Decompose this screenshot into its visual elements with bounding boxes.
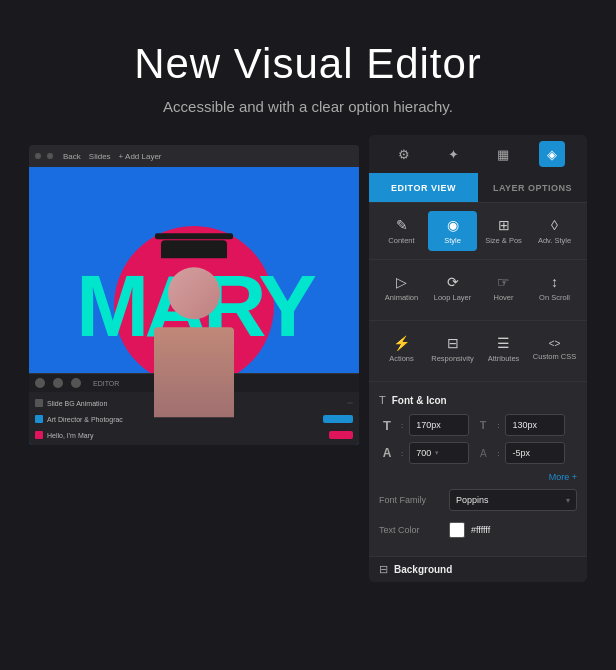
sizepos-label: Size & Pos	[485, 236, 522, 245]
panel-tabs: EDITOR VIEW LAYER OPTIONS	[369, 173, 587, 203]
animation-icon: ▷	[396, 274, 407, 290]
animation-label: Animation	[385, 293, 418, 302]
section-btn-onscroll[interactable]: ↕ On Scroll	[530, 268, 579, 308]
section-btn-style[interactable]: ◉ Style	[428, 211, 477, 251]
tab-layer-options[interactable]: LAYER OPTIONS	[478, 173, 587, 202]
divider-1	[369, 259, 587, 260]
background-section-header: ⊟ Background	[369, 556, 587, 582]
portrait-head	[168, 267, 220, 319]
panel-icon-style[interactable]: ◈	[539, 141, 565, 167]
actions-label: Actions	[389, 354, 414, 363]
fontsize-left-icon: T	[379, 418, 395, 433]
section-btn-responsivity[interactable]: ⊟ Responsivity	[428, 329, 477, 369]
section-btn-content[interactable]: ✎ Content	[377, 211, 426, 251]
section-btn-hover[interactable]: ☞ Hover	[479, 268, 528, 308]
section-btn-actions[interactable]: ⚡ Actions	[377, 329, 426, 369]
panel-icon-settings[interactable]: ⚙	[391, 141, 417, 167]
text-color-swatch[interactable]	[449, 522, 465, 538]
font-size-row: T : 170px T : 130px	[379, 414, 577, 436]
attributes-label: Attributes	[488, 354, 520, 363]
topbar-slides[interactable]: Slides	[89, 152, 111, 161]
text-color-row: Text Color #ffffff	[379, 518, 577, 542]
canvas-portrait	[134, 229, 254, 389]
layer-name: Hello, I'm Mary	[47, 432, 325, 439]
letterspacing-icon: A	[475, 448, 491, 459]
editor-preview: Back Slides + Add Layer MARY ED	[29, 145, 359, 445]
responsivity-label: Responsivity	[431, 354, 474, 363]
font-icon-header-icon: T	[379, 394, 386, 406]
layer-tag	[347, 402, 353, 404]
text-color-hex: #ffffff	[471, 525, 490, 535]
bg-section-icon: ⊟	[379, 563, 388, 576]
font-icon-section: T Font & Icon T : 170px T : 130px A :	[369, 386, 587, 556]
panel-icon-transform[interactable]: ✦	[440, 141, 466, 167]
layer-icon	[35, 431, 43, 439]
fontweight-row: A : 700 ▾ A : -5px	[379, 442, 577, 464]
section-btn-looplayer[interactable]: ⟳ Loop Layer	[428, 268, 477, 308]
fontweight-input[interactable]: 700 ▾	[409, 442, 469, 464]
letterspacing-value: -5px	[512, 448, 530, 458]
portrait-body	[154, 327, 234, 417]
layer-icon	[35, 399, 43, 407]
section-btn-customcss[interactable]: <> Custom CSS	[530, 329, 579, 369]
fontsize-right-input[interactable]: 130px	[505, 414, 565, 436]
layer-bar	[329, 431, 353, 439]
actions-icon: ⚡	[393, 335, 410, 351]
fontsize-left-input[interactable]: 170px	[409, 414, 469, 436]
hero-section: New Visual Editor Accessible and with a …	[0, 0, 616, 135]
section-buttons-row1: ✎ Content ◉ Style ⊞ Size & Pos ◊ Adv. St…	[369, 203, 587, 255]
section-btn-sizepos[interactable]: ⊞ Size & Pos	[479, 211, 528, 251]
onscroll-icon: ↕	[551, 274, 558, 290]
bg-icon-wrapper: ⊟	[379, 563, 388, 576]
divider-2	[369, 320, 587, 321]
section-btn-advstyle[interactable]: ◊ Adv. Style	[530, 211, 579, 251]
section-buttons-row2: ▷ Animation ⟳ Loop Layer ☞ Hover ↕ On Sc…	[369, 264, 587, 316]
panel-icons-row: ⚙ ✦ ▦ ◈	[369, 135, 587, 173]
list-item[interactable]: Hello, I'm Mary	[35, 428, 353, 442]
bg-section-label: Background	[394, 564, 452, 575]
fontweight-arrow: ▾	[435, 449, 439, 457]
content-label: Content	[388, 236, 414, 245]
panel-icon-layers[interactable]: ▦	[490, 141, 516, 167]
font-family-row: Font Family Poppins ▾	[379, 488, 577, 512]
fontweight-separator: :	[401, 449, 403, 458]
hat-brim	[155, 233, 233, 239]
topbar-dot-1	[35, 153, 41, 159]
topbar-nav: Back Slides + Add Layer	[63, 152, 162, 161]
hero-title: New Visual Editor	[60, 40, 556, 88]
fontweight-left-icon: A	[379, 446, 395, 460]
hat-top	[161, 240, 227, 258]
advstyle-icon: ◊	[551, 217, 558, 233]
tab-editor-view[interactable]: EDITOR VIEW	[369, 173, 478, 202]
font-family-select[interactable]: Poppins ▾	[449, 489, 577, 511]
style-label: Style	[444, 236, 461, 245]
fontsize-right-icon: T	[475, 419, 491, 431]
divider-3	[369, 381, 587, 382]
layer-icon	[35, 415, 43, 423]
responsivity-icon: ⊟	[447, 335, 459, 351]
layer-bar	[323, 415, 353, 423]
topbar-dot-2	[47, 153, 53, 159]
editor-topbar: Back Slides + Add Layer	[29, 145, 359, 167]
fontsize-left-separator: :	[401, 421, 403, 430]
layers-icon-2	[53, 378, 63, 388]
hover-icon: ☞	[497, 274, 510, 290]
topbar-back[interactable]: Back	[63, 152, 81, 161]
content-icon: ✎	[396, 217, 408, 233]
attributes-icon: ☰	[497, 335, 510, 351]
topbar-add-layer[interactable]: + Add Layer	[119, 152, 162, 161]
looplayer-icon: ⟳	[447, 274, 459, 290]
looplayer-label: Loop Layer	[434, 293, 472, 302]
advstyle-label: Adv. Style	[538, 236, 571, 245]
right-panel: ⚙ ✦ ▦ ◈ EDITOR VIEW LAYER OPTIONS ✎ Cont…	[369, 135, 587, 582]
fontsize-left-value: 170px	[416, 420, 441, 430]
fontsize-right-separator: :	[497, 421, 499, 430]
letterspacing-input[interactable]: -5px	[505, 442, 565, 464]
main-content: Back Slides + Add Layer MARY ED	[0, 135, 616, 582]
section-btn-animation[interactable]: ▷ Animation	[377, 268, 426, 308]
style-icon: ◉	[447, 217, 459, 233]
more-link[interactable]: More +	[379, 470, 577, 488]
layers-label: EDITOR	[93, 380, 119, 387]
text-color-label: Text Color	[379, 525, 441, 535]
section-btn-attributes[interactable]: ☰ Attributes	[479, 329, 528, 369]
